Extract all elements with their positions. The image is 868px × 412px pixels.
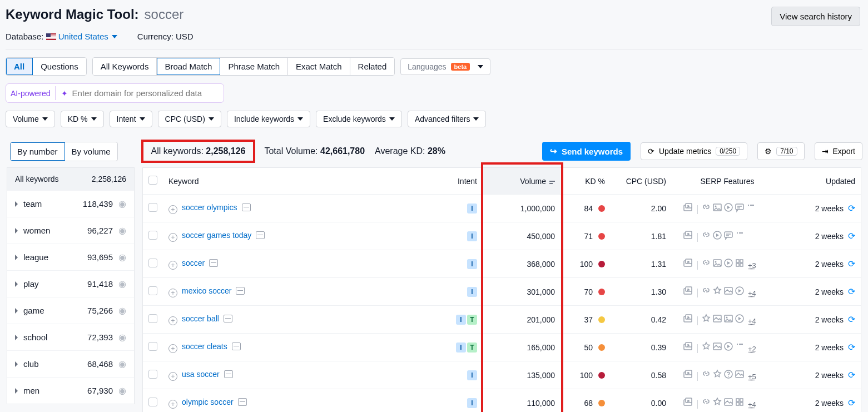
eye-icon[interactable]: ◉ (118, 198, 126, 209)
serp-features: +2 (672, 334, 783, 361)
filter-kd-[interactable]: KD % (61, 111, 104, 127)
serp-snapshot-icon[interactable] (236, 287, 245, 295)
imgbox-icon (723, 397, 733, 407)
keyword-link[interactable]: soccer games today (182, 231, 251, 240)
row-checkbox[interactable] (148, 231, 157, 240)
refresh-row-icon[interactable]: ⟳ (848, 315, 855, 324)
by-volume-button[interactable]: By volume (65, 142, 117, 161)
expand-icon[interactable] (168, 289, 177, 297)
scope-tab-questions[interactable]: Questions (33, 58, 86, 75)
row-checkbox[interactable] (148, 342, 157, 351)
export-button[interactable]: ⇥ Export (815, 142, 862, 160)
refresh-row-icon[interactable]: ⟳ (848, 342, 855, 352)
chevron-right-icon (15, 252, 23, 262)
serp-more[interactable]: +3 (748, 261, 756, 270)
kd-dot-icon (598, 205, 605, 212)
languages-button[interactable]: Languages beta (400, 58, 490, 75)
col-updated[interactable]: Updated (783, 168, 861, 195)
eye-icon[interactable]: ◉ (118, 305, 126, 316)
row-checkbox[interactable] (148, 203, 157, 212)
expand-icon[interactable] (168, 261, 177, 270)
col-serp[interactable]: SERP Features (672, 168, 783, 195)
by-number-button[interactable]: By number (11, 142, 65, 161)
keyword-link[interactable]: soccer ball (182, 314, 219, 323)
popup-icon (683, 230, 693, 240)
scope-tab-all[interactable]: All (6, 58, 33, 75)
credits-button[interactable]: ⚙ 7/10 (757, 142, 804, 160)
filter-intent[interactable]: Intent (110, 111, 152, 127)
sidebar-item-club[interactable]: club68,468◉ (7, 350, 134, 377)
sidebar-item-game[interactable]: game75,266◉ (7, 297, 134, 324)
refresh-row-icon[interactable]: ⟳ (848, 287, 855, 296)
sidebar-item-play[interactable]: play91,418◉ (7, 270, 134, 297)
refresh-row-icon[interactable]: ⟳ (848, 203, 855, 213)
view-history-button[interactable]: View search history (771, 7, 860, 26)
col-keyword[interactable]: Keyword (163, 168, 444, 195)
match-tab-broad-match[interactable]: Broad Match (157, 58, 220, 75)
serp-snapshot-icon[interactable] (209, 259, 218, 267)
match-tab-all-keywords[interactable]: All Keywords (93, 58, 157, 75)
serp-snapshot-icon[interactable] (224, 370, 233, 378)
sidebar-item-women[interactable]: women96,227◉ (7, 217, 134, 244)
serp-snapshot-icon[interactable] (238, 398, 247, 406)
row-checkbox[interactable] (148, 314, 157, 323)
sidebar-item-men[interactable]: men67,930◉ (7, 377, 134, 404)
match-tab-exact-match[interactable]: Exact Match (288, 58, 350, 75)
serp-more[interactable]: +5 (748, 373, 756, 381)
serp-more[interactable]: +4 (748, 289, 756, 297)
keyword-link[interactable]: soccer olympics (182, 203, 237, 212)
serp-more[interactable]: +4 (748, 317, 756, 325)
serp-snapshot-icon[interactable] (232, 342, 241, 350)
filter-exclude-keywords[interactable]: Exclude keywords (316, 111, 402, 127)
filter-advanced-filters[interactable]: Advanced filters (408, 111, 487, 127)
eye-icon[interactable]: ◉ (118, 385, 126, 396)
match-tab-related[interactable]: Related (350, 58, 395, 75)
serp-snapshot-icon[interactable] (224, 315, 232, 322)
row-checkbox[interactable] (148, 286, 157, 295)
eye-icon[interactable]: ◉ (118, 332, 126, 342)
filter-cpc-usd-[interactable]: CPC (USD) (158, 111, 221, 127)
image-icon (723, 314, 733, 324)
keyword-link[interactable]: soccer cleats (182, 342, 227, 351)
sidebar-item-league[interactable]: league93,695◉ (7, 244, 134, 270)
refresh-row-icon[interactable]: ⟳ (848, 259, 855, 269)
database-selector[interactable]: United States (58, 32, 117, 41)
serp-snapshot-icon[interactable] (256, 231, 265, 239)
row-checkbox[interactable] (148, 398, 157, 406)
keyword-link[interactable]: usa soccer (182, 370, 220, 379)
sidebar-item-school[interactable]: school72,393◉ (7, 324, 134, 350)
row-checkbox[interactable] (148, 259, 157, 267)
eye-icon[interactable]: ◉ (118, 252, 126, 262)
refresh-row-icon[interactable]: ⟳ (848, 370, 855, 380)
keyword-link[interactable]: olympic soccer (182, 398, 234, 406)
keyword-link[interactable]: soccer (182, 259, 205, 267)
filter-include-keywords[interactable]: Include keywords (227, 111, 310, 127)
expand-icon[interactable] (168, 316, 177, 325)
eye-icon[interactable]: ◉ (118, 359, 126, 369)
col-intent[interactable]: Intent (444, 168, 483, 195)
sidebar-item-team[interactable]: team118,439◉ (7, 190, 134, 217)
col-kd[interactable]: KD % (561, 168, 611, 195)
row-checkbox[interactable] (148, 370, 157, 379)
select-all-checkbox[interactable] (148, 176, 157, 185)
col-cpc[interactable]: CPC (USD) (611, 168, 672, 195)
col-volume[interactable]: Volume (483, 168, 561, 195)
serp-snapshot-icon[interactable] (242, 203, 251, 211)
expand-icon[interactable] (168, 205, 177, 214)
eye-icon[interactable]: ◉ (118, 279, 126, 289)
match-tab-phrase-match[interactable]: Phrase Match (220, 58, 288, 75)
refresh-row-icon[interactable]: ⟳ (848, 398, 855, 408)
send-keywords-button[interactable]: ↪ Send keywords (542, 142, 631, 161)
serp-more[interactable]: +4 (748, 400, 756, 409)
expand-icon[interactable] (168, 344, 177, 353)
ai-domain-input[interactable] (72, 88, 217, 98)
update-metrics-button[interactable]: ⟳ Update metrics 0/250 (641, 142, 747, 160)
serp-more[interactable]: +2 (748, 345, 756, 353)
refresh-row-icon[interactable]: ⟳ (848, 231, 855, 241)
expand-icon[interactable] (168, 372, 177, 381)
expand-icon[interactable] (168, 233, 177, 242)
expand-icon[interactable] (168, 400, 177, 409)
filter-volume[interactable]: Volume (6, 111, 55, 127)
eye-icon[interactable]: ◉ (118, 225, 126, 236)
keyword-link[interactable]: mexico soccer (182, 286, 231, 295)
